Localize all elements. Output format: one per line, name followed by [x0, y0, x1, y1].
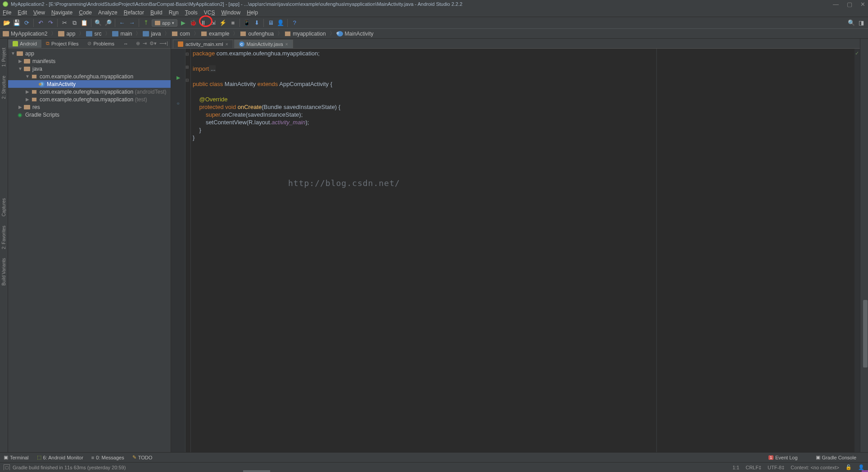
menu-view[interactable]: View — [33, 9, 45, 16]
menu-edit[interactable]: Edit — [18, 9, 27, 16]
tree-node-com-example-oufenghua-myapplication[interactable]: ▶com.example.oufenghua.myapplication (te… — [8, 95, 171, 103]
menu-window[interactable]: Window — [221, 9, 240, 16]
terminal-tab[interactable]: ▣Terminal — [4, 454, 29, 460]
inspector-icon[interactable]: 👤 — [858, 464, 864, 470]
breadcrumb-oufenghua[interactable]: oufenghua — [240, 31, 274, 37]
breadcrumb-java[interactable]: java — [143, 31, 161, 37]
project-tree[interactable]: ▼app▶manifests▼java▼com.example.oufenghu… — [8, 49, 171, 452]
tree-node-manifests[interactable]: ▶manifests — [8, 57, 171, 65]
undo-icon[interactable]: ↶ — [36, 19, 45, 27]
run-configuration-selector[interactable]: app ▾ — [152, 19, 177, 27]
minimize-button[interactable]: — — [833, 1, 839, 8]
menu-code[interactable]: Code — [79, 9, 92, 16]
vertical-scrollbar[interactable] — [863, 39, 868, 442]
tree-arrow-icon[interactable]: ▼ — [10, 51, 16, 56]
tree-node-app[interactable]: ▼app — [8, 50, 171, 57]
left-tool-2--structure[interactable]: 2: Structure — [1, 76, 6, 99]
breadcrumb-src[interactable]: src — [86, 31, 101, 37]
lock-icon[interactable]: 🔓 — [845, 464, 852, 470]
context-indicator[interactable]: Context: <no context> — [791, 465, 839, 470]
copy-icon[interactable]: ⧉ — [70, 19, 78, 27]
attach-icon[interactable]: ⇲ — [209, 19, 217, 27]
tree-arrow-icon[interactable]: ▶ — [24, 97, 31, 102]
debug-icon[interactable]: 🐞 — [189, 19, 197, 27]
menu-vcs[interactable]: VCS — [204, 9, 215, 16]
tool-window-toggle-icon[interactable]: ◨ — [857, 19, 865, 27]
tree-arrow-icon[interactable]: ▼ — [17, 66, 23, 71]
back-icon[interactable]: ← — [118, 19, 126, 27]
maximize-button[interactable]: ▢ — [847, 1, 852, 8]
breadcrumb-myapplication[interactable]: myapplication — [285, 31, 326, 37]
make-icon[interactable]: ⤒ — [142, 19, 150, 27]
help-icon[interactable]: ? — [290, 19, 298, 27]
tree-arrow-icon[interactable]: ▶ — [17, 59, 23, 64]
layout-capture-icon[interactable]: 🖥 — [267, 19, 275, 27]
open-icon[interactable]: 📂 — [3, 19, 11, 27]
menu-build[interactable]: Build — [150, 9, 163, 16]
tab-expand[interactable]: ↔ — [119, 40, 133, 48]
sync-icon[interactable]: ⟳ — [23, 19, 31, 27]
menu-navigate[interactable]: Navigate — [51, 9, 72, 16]
hide-icon[interactable]: ⟶| — [159, 41, 168, 46]
replace-icon[interactable]: 🔎 — [104, 19, 112, 27]
tree-arrow-icon[interactable]: ▶ — [24, 89, 31, 94]
tree-node-java[interactable]: ▼java — [8, 65, 171, 73]
gradle-console-tab[interactable]: ▣Gradle Console — [816, 454, 856, 460]
editor-tab-activity_main-xml[interactable]: activity_main.xml× — [173, 40, 233, 48]
messages-tab[interactable]: ≡0: Messages — [91, 455, 124, 460]
tree-arrow-icon[interactable]: ▶ — [17, 104, 23, 109]
sdk-manager-icon[interactable]: ⬇ — [253, 19, 261, 27]
settings-gear-icon[interactable]: ⚙▾ — [149, 41, 157, 46]
event-log-tab[interactable]: 1Event Log — [769, 454, 798, 460]
target-icon[interactable]: ⊕ — [136, 41, 140, 46]
redo-icon[interactable]: ↷ — [46, 19, 54, 27]
caret-position[interactable]: 1:1 — [732, 465, 739, 470]
cut-icon[interactable]: ✂ — [60, 19, 68, 27]
code-content[interactable]: package com.example.oufenghua.myapplicat… — [191, 49, 656, 452]
menu-file[interactable]: File — [3, 9, 11, 16]
left-tool-captures[interactable]: Captures — [1, 198, 6, 217]
breadcrumb-example[interactable]: example — [201, 31, 229, 37]
tree-node-gradle scripts[interactable]: ◉Gradle Scripts — [8, 111, 171, 118]
menu-run[interactable]: Run — [169, 9, 179, 16]
override-gutter-icon[interactable]: ○ — [171, 100, 185, 107]
error-stripe[interactable]: ✓ — [854, 49, 860, 452]
collapse-icon[interactable]: ⇥ — [143, 41, 147, 46]
paste-icon[interactable]: 📋 — [80, 19, 88, 27]
apply-changes-icon[interactable]: ⚡ — [219, 19, 227, 27]
tree-node-com-example-oufenghua-myapplication[interactable]: ▶com.example.oufenghua.myapplication (an… — [8, 88, 171, 95]
menu-refactor[interactable]: Refactor — [124, 9, 144, 16]
file-encoding[interactable]: UTF-8‡ — [768, 465, 784, 470]
code-editor[interactable]: ▶ ○ ⊟ ⊞ ⊟ package com.example.oufenghua.… — [171, 49, 860, 452]
menu-help[interactable]: Help — [247, 9, 258, 16]
search-everywhere-icon[interactable]: 🔍 — [847, 19, 855, 27]
tree-node-mainactivity[interactable]: CMainActivity — [8, 80, 171, 88]
left-tool-1--project[interactable]: 1: Project — [1, 48, 6, 67]
tab-project-files[interactable]: ⧉ Project Files — [41, 39, 83, 48]
close-tab-icon[interactable]: × — [285, 42, 288, 47]
status-toggle-icon[interactable]: ▢ — [4, 464, 10, 471]
breadcrumb-mainactivity[interactable]: CMainActivity — [337, 31, 374, 37]
run-icon[interactable]: ▶ — [179, 19, 187, 27]
find-icon[interactable]: 🔍 — [94, 19, 102, 27]
tab-problems[interactable]: ⊘ Problems — [83, 39, 118, 48]
profile-icon[interactable]: ⏸ — [199, 19, 207, 27]
menu-tools[interactable]: Tools — [185, 9, 198, 16]
bottom-scrollbar[interactable] — [0, 470, 868, 472]
stop-icon[interactable]: ■ — [229, 19, 237, 27]
breadcrumb-main[interactable]: main — [112, 31, 132, 37]
tree-arrow-icon[interactable]: ▼ — [24, 74, 31, 79]
left-tool-2--favorites[interactable]: 2: Favorites — [1, 226, 6, 249]
android-device-icon[interactable]: 👤 — [276, 19, 285, 27]
breadcrumb-app[interactable]: app — [58, 31, 75, 37]
editor-tab-MainActivity-java[interactable]: CMainActivity.java× — [234, 40, 293, 48]
save-icon[interactable]: 💾 — [13, 19, 21, 27]
menu-analyze[interactable]: Analyze — [98, 9, 118, 16]
tab-android[interactable]: Android — [8, 40, 41, 48]
avd-manager-icon[interactable]: 📱 — [243, 19, 251, 27]
line-separator[interactable]: CRLF‡ — [746, 465, 761, 470]
breadcrumb-com[interactable]: com — [172, 31, 190, 37]
fold-column[interactable]: ⊟ ⊞ ⊟ — [185, 49, 191, 452]
tree-node-res[interactable]: ▶res — [8, 103, 171, 111]
left-tool-build-variants[interactable]: Build Variants — [1, 258, 6, 286]
